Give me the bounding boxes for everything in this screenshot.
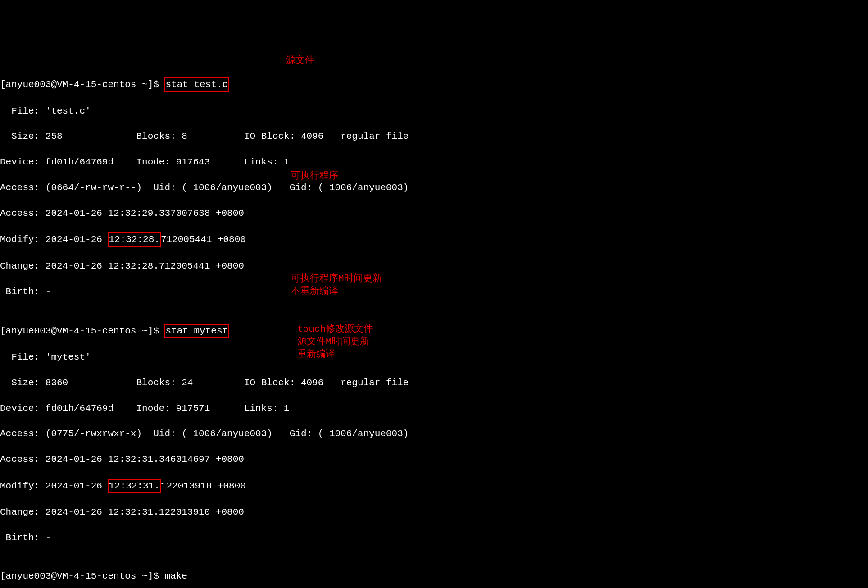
- prompt-line: [anyue003@VM-4-15-centos ~]$ stat test.c: [0, 77, 868, 92]
- stat-mtime-post: 122013910 +0800: [161, 481, 246, 491]
- command-make: make: [164, 571, 187, 581]
- stat-mtime-highlight: 12:32:31.: [108, 479, 160, 493]
- command-stat-mytest: stat mytest: [164, 324, 229, 338]
- stat-output: Birth: -: [0, 286, 868, 298]
- prompt-line: [anyue003@VM-4-15-centos ~]$ make: [0, 570, 868, 583]
- stat-output: Access: 2024-01-26 12:32:31.346014697 +0…: [0, 453, 868, 466]
- stat-output: Change: 2024-01-26 12:32:31.122013910 +0…: [0, 506, 868, 519]
- stat-modify-line: Modify: 2024-01-26 12:32:31.122013910 +0…: [0, 479, 868, 493]
- annotation-touch: touch修改源文件: [297, 323, 373, 336]
- annotation-no-recompile: 不重新编译: [291, 285, 338, 298]
- stat-mtime-post: 712005441 +0800: [161, 234, 246, 245]
- command-stat-test-c: stat test.c: [164, 77, 229, 92]
- prompt-line: [anyue003@VM-4-15-centos ~]$ stat mytest: [0, 324, 868, 338]
- shell-prompt: [anyue003@VM-4-15-centos ~]$: [0, 326, 164, 336]
- stat-mtime-pre: Modify: 2024-01-26: [0, 481, 108, 491]
- stat-output: File: 'test.c': [0, 105, 868, 118]
- terminal[interactable]: [anyue003@VM-4-15-centos ~]$ stat test.c…: [0, 52, 868, 588]
- shell-prompt: [anyue003@VM-4-15-centos ~]$: [0, 571, 164, 581]
- annotation-recompile: 重新编译: [297, 348, 335, 361]
- stat-output: Size: 8360 Blocks: 24 IO Block: 4096 reg…: [0, 377, 868, 389]
- stat-output: Change: 2024-01-26 12:32:28.712005441 +0…: [0, 260, 868, 273]
- stat-output: Birth: -: [0, 532, 868, 544]
- stat-mtime-highlight: 12:32:28.: [108, 232, 160, 247]
- annotation-executable: 可执行程序: [291, 170, 338, 182]
- stat-output: Access: 2024-01-26 12:32:29.337007638 +0…: [0, 207, 868, 220]
- stat-output: Access: (0664/-rw-rw-r--) Uid: ( 1006/an…: [0, 182, 868, 194]
- stat-output: Device: fd01h/64769d Inode: 917643 Links…: [0, 156, 868, 169]
- stat-output: Access: (0775/-rwxrwxr-x) Uid: ( 1006/an…: [0, 428, 868, 440]
- stat-mtime-pre: Modify: 2024-01-26: [0, 234, 108, 245]
- stat-modify-line: Modify: 2024-01-26 12:32:28.712005441 +0…: [0, 232, 868, 247]
- stat-output: File: 'mytest': [0, 351, 868, 364]
- stat-output: Size: 258 Blocks: 8 IO Block: 4096 regul…: [0, 130, 868, 143]
- annotation-source-file: 源文件: [286, 55, 314, 67]
- stat-output: Device: fd01h/64769d Inode: 917571 Links…: [0, 402, 868, 415]
- annotation-source-m-update: 源文件M时间更新: [297, 336, 369, 348]
- annotation-m-updated: 可执行程序M时间更新: [291, 273, 382, 285]
- shell-prompt: [anyue003@VM-4-15-centos ~]$: [0, 79, 164, 90]
